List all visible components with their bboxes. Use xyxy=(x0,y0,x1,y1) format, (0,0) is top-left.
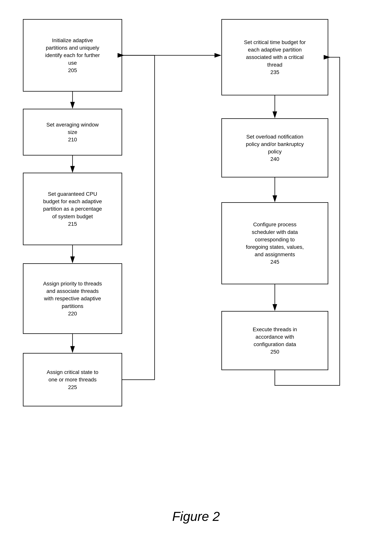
box-205: Initialize adaptivepartitions and unique… xyxy=(23,19,122,91)
figure-label: Figure 2 xyxy=(172,509,220,524)
box-215-text: Set guaranteed CPUbudget for each adapti… xyxy=(43,190,102,228)
box-205-text: Initialize adaptivepartitions and unique… xyxy=(45,37,100,74)
diagram-container: Initialize adaptivepartitions and unique… xyxy=(11,11,384,508)
box-240-text: Set overload notificationpolicy and/or b… xyxy=(246,133,304,163)
box-235-text: Set critical time budget foreach adaptiv… xyxy=(244,38,306,76)
box-250-text: Execute threads inaccordance withconfigu… xyxy=(253,326,297,356)
box-225: Assign critical state toone or more thre… xyxy=(23,353,122,406)
box-210: Set averaging windowsize210 xyxy=(23,109,122,155)
box-225-text: Assign critical state toone or more thre… xyxy=(47,368,98,391)
box-245-text: Configure processscheduler with datacorr… xyxy=(246,221,304,266)
box-245: Configure processscheduler with datacorr… xyxy=(221,202,328,284)
box-220: Assign priority to threadsand associate … xyxy=(23,263,122,334)
box-235: Set critical time budget foreach adaptiv… xyxy=(221,19,328,95)
box-220-text: Assign priority to threadsand associate … xyxy=(43,280,102,317)
box-210-text: Set averaging windowsize210 xyxy=(46,121,99,144)
box-240: Set overload notificationpolicy and/or b… xyxy=(221,118,328,178)
box-250: Execute threads inaccordance withconfigu… xyxy=(221,311,328,370)
box-215: Set guaranteed CPUbudget for each adapti… xyxy=(23,173,122,245)
